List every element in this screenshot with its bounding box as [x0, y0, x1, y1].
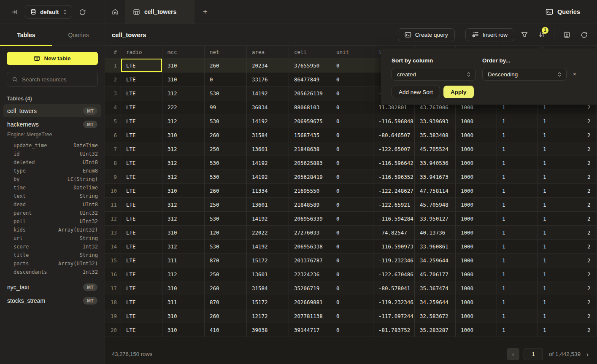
table-cell[interactable]: LTE — [121, 240, 162, 253]
table-cell[interactable]: -122.670486 — [373, 267, 415, 281]
table-cell[interactable]: LTE — [121, 100, 162, 114]
order-by-select[interactable]: Descending — [482, 68, 567, 81]
filter-button[interactable] — [517, 28, 532, 41]
table-cell[interactable]: 1 — [538, 281, 582, 295]
add-new-sort-button[interactable]: Add new Sort — [392, 86, 440, 98]
sidebar-item-hackernews[interactable]: hackernewsMT — [3, 118, 101, 131]
table-cell[interactable]: 2 — [582, 295, 597, 309]
row-number-cell[interactable]: 10 — [105, 184, 121, 197]
table-cell[interactable]: 1 — [497, 267, 538, 281]
table-cell[interactable]: 207781138 — [289, 309, 331, 323]
remove-sort-button[interactable]: × — [573, 71, 576, 77]
row-number-cell[interactable]: 15 — [105, 253, 121, 267]
table-cell[interactable]: 45.705948 — [415, 198, 456, 211]
table-cell[interactable]: 1 — [497, 184, 538, 197]
column-header-net[interactable]: net — [205, 46, 247, 58]
table-cell[interactable]: 1000 — [456, 267, 497, 281]
table-cell[interactable]: 1 — [538, 156, 582, 170]
table-cell[interactable]: 36034 — [247, 100, 289, 114]
table-cell[interactable]: 310 — [162, 226, 205, 239]
table-cell[interactable]: 201376787 — [289, 253, 331, 267]
table-cell[interactable]: 2 — [582, 309, 597, 323]
table-cell[interactable]: LTE — [121, 226, 162, 239]
table-cell[interactable]: 1 — [538, 295, 582, 309]
table-cell[interactable]: 310 — [162, 309, 205, 323]
table-cell[interactable]: 1000 — [456, 240, 497, 253]
row-number-cell[interactable]: 18 — [105, 295, 121, 309]
table-cell[interactable]: 13601 — [247, 142, 289, 156]
table-cell[interactable]: 312 — [162, 156, 205, 170]
table-cell[interactable]: 45.706177 — [415, 267, 456, 281]
row-number-cell[interactable]: 12 — [105, 212, 121, 225]
table-cell[interactable]: 2 — [582, 267, 597, 281]
prev-page-button[interactable]: ‹ — [507, 348, 519, 360]
table-cell[interactable]: 312 — [162, 170, 205, 183]
table-cell[interactable]: 1 — [538, 184, 582, 197]
table-cell[interactable]: -116.596352 — [373, 170, 415, 183]
table-cell[interactable]: 530 — [205, 240, 247, 253]
sort-by-column-select[interactable]: created — [392, 68, 476, 81]
table-cell[interactable]: 45.705524 — [415, 142, 456, 156]
column-header-unit[interactable]: unit — [331, 46, 373, 58]
table-cell[interactable]: 120 — [205, 226, 247, 239]
table-cell[interactable]: 33176 — [247, 73, 289, 86]
table-cell[interactable]: 13601 — [247, 198, 289, 211]
table-cell[interactable]: 312 — [162, 267, 205, 281]
table-cell[interactable]: 34.259644 — [415, 295, 456, 309]
table-cell[interactable]: 0 — [331, 59, 373, 72]
row-number-cell[interactable]: 2 — [105, 73, 121, 86]
table-cell[interactable]: 310 — [162, 323, 205, 337]
new-table-button[interactable]: New table — [7, 52, 98, 65]
table-cell-selected[interactable]: LTE — [121, 59, 162, 72]
table-cell[interactable]: -116.596642 — [373, 156, 415, 170]
table-cell[interactable]: 27276033 — [289, 226, 331, 239]
row-number-cell[interactable]: 1 — [105, 59, 121, 72]
table-cell[interactable]: 530 — [205, 156, 247, 170]
table-cell[interactable]: 34.259644 — [415, 253, 456, 267]
table-cell[interactable]: 14192 — [247, 114, 289, 128]
tab-cell-towers[interactable]: cell_towers — [125, 0, 194, 24]
insert-row-button[interactable]: Insert row — [465, 28, 514, 41]
table-cell[interactable]: 310 — [162, 281, 205, 295]
table-cell[interactable]: 205628419 — [289, 170, 331, 183]
table-cell[interactable]: 0 — [331, 156, 373, 170]
sort-button[interactable]: 1 — [535, 28, 549, 41]
table-cell[interactable]: 1000 — [456, 142, 497, 156]
table-cell[interactable]: LTE — [121, 114, 162, 128]
table-cell[interactable]: 1 — [497, 295, 538, 309]
table-cell[interactable]: 31584 — [247, 128, 289, 142]
table-cell[interactable]: -122.248627 — [373, 184, 415, 197]
table-cell[interactable]: 2 — [582, 226, 597, 239]
table-cell[interactable]: 1 — [497, 142, 538, 156]
table-cell[interactable]: 2 — [582, 212, 597, 225]
row-number-cell[interactable]: 19 — [105, 309, 121, 323]
table-cell[interactable]: 250 — [205, 267, 247, 281]
table-cell[interactable]: 312 — [162, 142, 205, 156]
table-cell[interactable]: 0 — [331, 114, 373, 128]
table-cell[interactable]: 202669881 — [289, 295, 331, 309]
table-cell[interactable]: 0 — [331, 142, 373, 156]
table-cell[interactable]: 206959675 — [289, 114, 331, 128]
table-cell[interactable]: 1 — [538, 226, 582, 239]
table-cell[interactable]: 13601 — [247, 267, 289, 281]
table-cell[interactable]: LTE — [121, 86, 162, 100]
table-cell[interactable]: 1 — [497, 198, 538, 211]
table-cell[interactable]: 22324236 — [289, 267, 331, 281]
table-cell[interactable]: LTE — [121, 198, 162, 211]
table-cell[interactable]: 1 — [497, 323, 538, 337]
table-cell[interactable]: 0 — [331, 184, 373, 197]
table-cell[interactable]: 1 — [538, 240, 582, 253]
row-number-cell[interactable]: 17 — [105, 281, 121, 295]
table-cell[interactable]: 205625883 — [289, 156, 331, 170]
table-cell[interactable]: 1000 — [456, 212, 497, 225]
table-cell[interactable]: LTE — [121, 212, 162, 225]
row-number-cell[interactable]: 5 — [105, 114, 121, 128]
table-cell[interactable]: 21695550 — [289, 184, 331, 197]
table-cell[interactable]: 0 — [331, 253, 373, 267]
table-cell[interactable]: LTE — [121, 281, 162, 295]
table-cell[interactable]: 312 — [162, 86, 205, 100]
table-cell[interactable]: 35206719 — [289, 281, 331, 295]
table-cell[interactable]: 0 — [331, 295, 373, 309]
table-cell[interactable]: 39038 — [247, 323, 289, 337]
table-cell[interactable]: 1 — [538, 323, 582, 337]
